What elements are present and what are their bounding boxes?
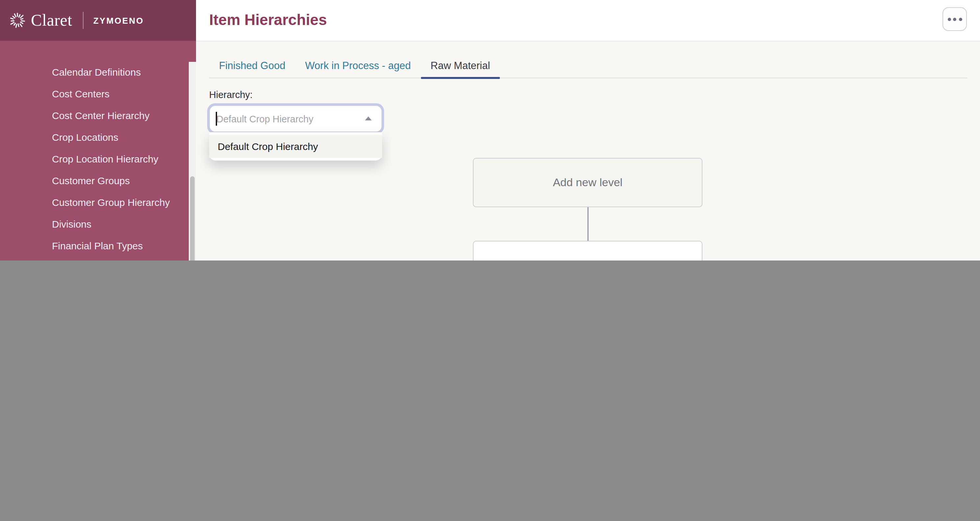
tab-raw-material[interactable]: Raw Material xyxy=(421,54,500,78)
sidebar-item-customer-groups[interactable]: Customer Groups xyxy=(0,170,189,191)
caret-up-icon[interactable] xyxy=(365,116,372,120)
hierarchy-field-label: Hierarchy: xyxy=(209,89,253,100)
main-header: Item Hierarchies xyxy=(196,0,980,41)
level-name: Varietal Group xyxy=(548,258,627,260)
app-window: Claret ZYMOENO Calendar DefinitionsCost … xyxy=(0,0,980,260)
add-new-level-label: Add new level xyxy=(553,176,622,189)
sidebar-scrollbar-track[interactable] xyxy=(189,62,196,260)
dropdown-option-default-crop-hierarchy[interactable]: Default Crop Hierarchy xyxy=(209,135,382,158)
combobox-placeholder: Default Crop Hierarchy xyxy=(216,106,313,132)
tab-bar: Finished GoodWork in Process - agedRaw M… xyxy=(209,54,967,78)
main-area: Item Hierarchies Finished GoodWork in Pr… xyxy=(196,0,980,260)
brand-logo-text: Claret xyxy=(31,11,72,30)
level-box-varietal-group[interactable]: Varietal Group xyxy=(473,241,702,260)
add-new-level-button[interactable]: Add new level xyxy=(473,158,702,207)
sidebar-item-cost-center-hierarchy[interactable]: Cost Center Hierarchy xyxy=(0,105,189,126)
tab-finished-good[interactable]: Finished Good xyxy=(209,54,295,78)
ellipsis-icon xyxy=(947,18,951,21)
sidebar-item-customer-group-hierarchy[interactable]: Customer Group Hierarchy xyxy=(0,191,189,213)
sidebar-item-crop-location-hierarchy[interactable]: Crop Location Hierarchy xyxy=(0,148,189,170)
sidebar-nav: Calendar DefinitionsCost CentersCost Cen… xyxy=(0,41,189,260)
hierarchy-dropdown-panel: Default Crop Hierarchy xyxy=(209,132,382,161)
sidebar: Claret ZYMOENO Calendar DefinitionsCost … xyxy=(0,0,196,260)
sidebar-item-divisions[interactable]: Divisions xyxy=(0,213,189,235)
sidebar-item-items[interactable]: Items xyxy=(0,257,189,260)
sunburst-icon xyxy=(8,11,26,30)
brand-divider xyxy=(83,12,84,29)
sidebar-item-financial-plan-types[interactable]: Financial Plan Types xyxy=(0,235,189,257)
level-connector xyxy=(587,207,588,241)
sidebar-scrollbar-thumb[interactable] xyxy=(190,176,195,260)
page-title: Item Hierarchies xyxy=(209,11,327,29)
product-name: ZYMOENO xyxy=(93,16,144,25)
tab-work-in-process-aged[interactable]: Work in Process - aged xyxy=(295,54,421,78)
sidebar-item-crop-locations[interactable]: Crop Locations xyxy=(0,126,189,148)
sidebar-item-cost-centers[interactable]: Cost Centers xyxy=(0,83,189,105)
brand-bar: Claret ZYMOENO xyxy=(0,0,196,41)
content-panel: Finished GoodWork in Process - agedRaw M… xyxy=(196,41,980,260)
overflow-menu-button[interactable] xyxy=(942,7,967,31)
sidebar-item-calendar-definitions[interactable]: Calendar Definitions xyxy=(0,61,189,83)
hierarchy-combobox[interactable]: Default Crop Hierarchy xyxy=(209,105,382,132)
